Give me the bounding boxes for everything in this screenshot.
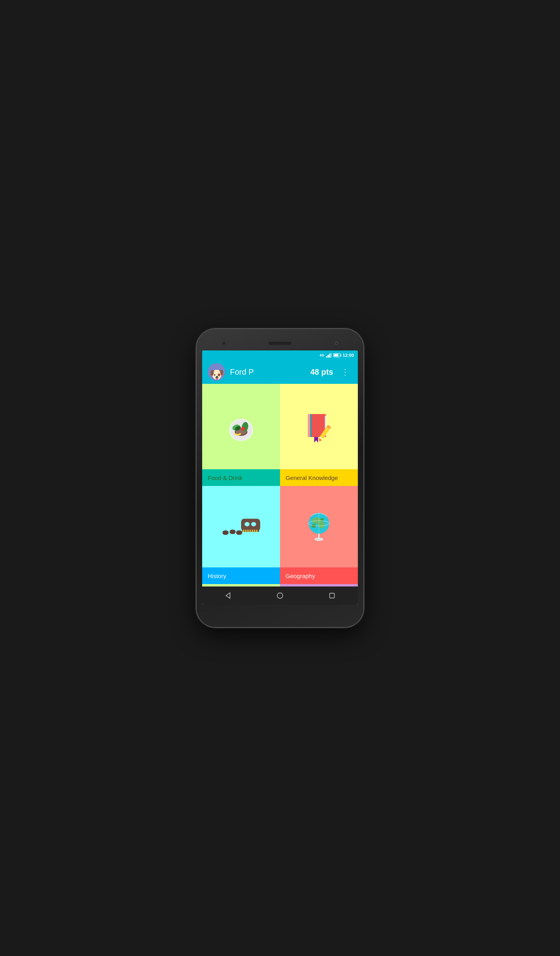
avatar: 🐶 [208, 363, 225, 381]
svg-rect-24 [241, 519, 260, 531]
back-icon [224, 592, 232, 599]
svg-point-10 [241, 427, 245, 431]
avatar-image: 🐶 [209, 369, 224, 381]
globe-icon [301, 509, 337, 545]
svg-rect-35 [222, 530, 228, 534]
svg-rect-31 [249, 529, 251, 532]
svg-rect-1 [328, 355, 329, 358]
svg-point-12 [237, 428, 239, 429]
svg-point-26 [251, 522, 256, 526]
svg-rect-2 [329, 354, 330, 358]
home-button[interactable] [275, 591, 285, 600]
svg-rect-32 [252, 529, 253, 532]
svg-point-46 [315, 538, 324, 541]
knowledge-label: General Knowledge [286, 474, 338, 481]
back-button[interactable] [223, 591, 233, 600]
menu-button[interactable]: ⋮ [338, 366, 352, 378]
book-icon [299, 407, 339, 447]
svg-rect-34 [256, 529, 257, 532]
history-label-area: History [202, 567, 280, 584]
signal-text: 4G [320, 353, 324, 357]
secondary-camera-icon [335, 342, 338, 345]
app-bar: 🐶 Ford P 48 pts ⋮ [202, 360, 358, 384]
knowledge-label-area: General Knowledge [280, 469, 358, 486]
svg-rect-37 [236, 530, 242, 534]
food-drink-label-area: Food & Drink [202, 469, 280, 486]
battery-icon [333, 353, 341, 357]
svg-rect-29 [245, 529, 246, 532]
user-name: Ford P [230, 368, 305, 377]
recent-button[interactable] [327, 591, 337, 600]
svg-marker-47 [226, 593, 230, 598]
svg-point-48 [277, 593, 283, 598]
category-history[interactable]: History [202, 486, 280, 584]
svg-rect-30 [247, 529, 249, 532]
svg-marker-16 [314, 437, 318, 443]
nav-bar [202, 586, 358, 605]
phone-screen: 4G 12:00 🐶 Ford P 48 pts ⋮ [202, 350, 358, 605]
food-icon-area [202, 384, 280, 469]
status-time: 12:00 [343, 353, 354, 358]
knowledge-icon-area [280, 384, 358, 469]
recent-icon [329, 592, 335, 599]
phone-bottom [202, 605, 358, 611]
svg-point-25 [245, 522, 249, 526]
phone-top [202, 336, 358, 350]
svg-rect-33 [254, 529, 255, 532]
status-bar: 4G 12:00 [202, 350, 358, 360]
svg-point-42 [321, 518, 324, 521]
home-icon [276, 592, 284, 599]
fossil-icon [219, 513, 263, 541]
categories-grid: Food & Drink [202, 384, 358, 584]
category-food-drink[interactable]: Food & Drink [202, 384, 280, 486]
geography-label-area: Geography [280, 567, 358, 584]
svg-rect-15 [310, 414, 311, 437]
svg-point-40 [318, 521, 324, 528]
svg-rect-28 [243, 529, 244, 532]
geography-icon-area [280, 486, 358, 567]
geography-label: Geography [286, 573, 315, 579]
svg-rect-3 [331, 353, 332, 358]
category-geography[interactable]: Geography [280, 486, 358, 584]
history-label: History [208, 573, 226, 579]
speaker-icon [268, 341, 292, 345]
food-icon [221, 407, 261, 447]
history-icon-area [202, 486, 280, 567]
svg-rect-49 [330, 593, 334, 598]
food-drink-label: Food & Drink [208, 474, 243, 481]
points-label: 48 pts [310, 368, 333, 377]
category-general-knowledge[interactable]: General Knowledge [280, 384, 358, 486]
svg-rect-0 [326, 356, 327, 358]
svg-rect-36 [230, 529, 236, 534]
signal-icon [326, 353, 332, 358]
phone-frame: 4G 12:00 🐶 Ford P 48 pts ⋮ [197, 329, 363, 627]
front-camera-icon [222, 341, 226, 345]
